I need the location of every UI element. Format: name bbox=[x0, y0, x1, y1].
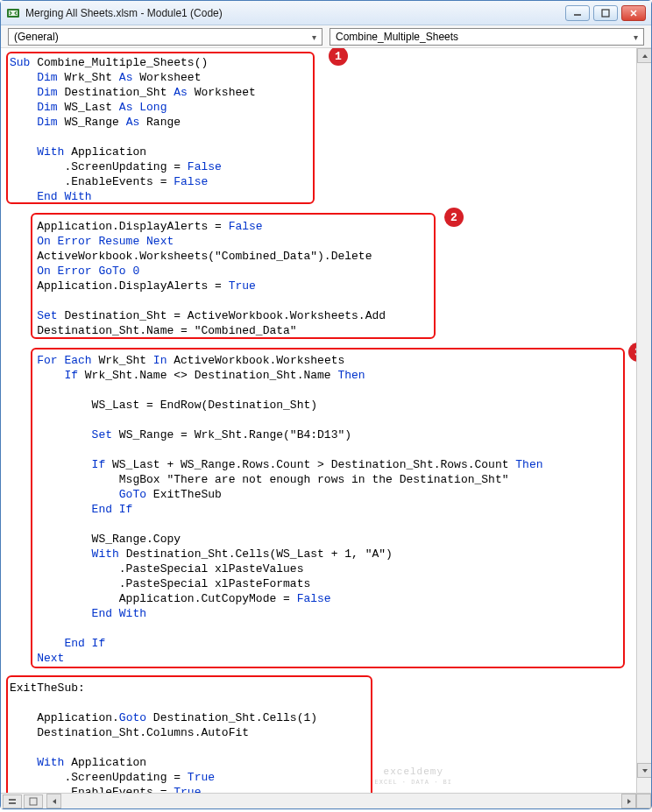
object-dropdown-value: (General) bbox=[14, 31, 59, 43]
scroll-left-arrow-icon[interactable] bbox=[46, 794, 61, 808]
maximize-button[interactable] bbox=[593, 5, 618, 21]
code-pane: Sub Combine_Multiple_Sheets() Dim Wrk_Sh… bbox=[1, 48, 651, 793]
scroll-right-arrow-icon[interactable] bbox=[621, 794, 636, 808]
chevron-down-icon: ▾ bbox=[312, 32, 316, 42]
code-editor[interactable]: Sub Combine_Multiple_Sheets() Dim Wrk_Sh… bbox=[1, 48, 636, 793]
scroll-down-arrow-icon[interactable] bbox=[637, 763, 651, 778]
bottom-strip bbox=[1, 793, 651, 808]
close-button[interactable] bbox=[621, 5, 646, 21]
object-procedure-row: (General) ▾ Combine_Multiple_Sheets ▾ bbox=[1, 25, 651, 48]
vertical-scrollbar[interactable] bbox=[636, 48, 651, 793]
scroll-up-arrow-icon[interactable] bbox=[637, 48, 651, 63]
svg-rect-6 bbox=[30, 798, 37, 805]
chevron-down-icon: ▾ bbox=[634, 32, 638, 42]
svg-rect-3 bbox=[602, 10, 609, 17]
minimize-button[interactable] bbox=[565, 5, 590, 21]
full-module-view-button[interactable] bbox=[24, 794, 43, 808]
vbe-window: Merging All Sheets.xlsm - Module1 (Code)… bbox=[0, 0, 652, 809]
window-buttons bbox=[565, 5, 646, 21]
procedure-dropdown[interactable]: Combine_Multiple_Sheets ▾ bbox=[330, 28, 644, 46]
procedure-dropdown-value: Combine_Multiple_Sheets bbox=[336, 31, 458, 43]
procedure-view-button[interactable] bbox=[3, 794, 22, 808]
app-icon bbox=[6, 6, 20, 20]
object-dropdown[interactable]: (General) ▾ bbox=[8, 28, 322, 46]
scroll-corner bbox=[636, 794, 651, 808]
code-text: Sub Combine_Multiple_Sheets() Dim Wrk_Sh… bbox=[10, 55, 633, 793]
svg-rect-5 bbox=[9, 802, 16, 804]
titlebar: Merging All Sheets.xlsm - Module1 (Code) bbox=[1, 1, 651, 25]
window-title: Merging All Sheets.xlsm - Module1 (Code) bbox=[25, 7, 565, 19]
svg-rect-4 bbox=[9, 799, 16, 801]
